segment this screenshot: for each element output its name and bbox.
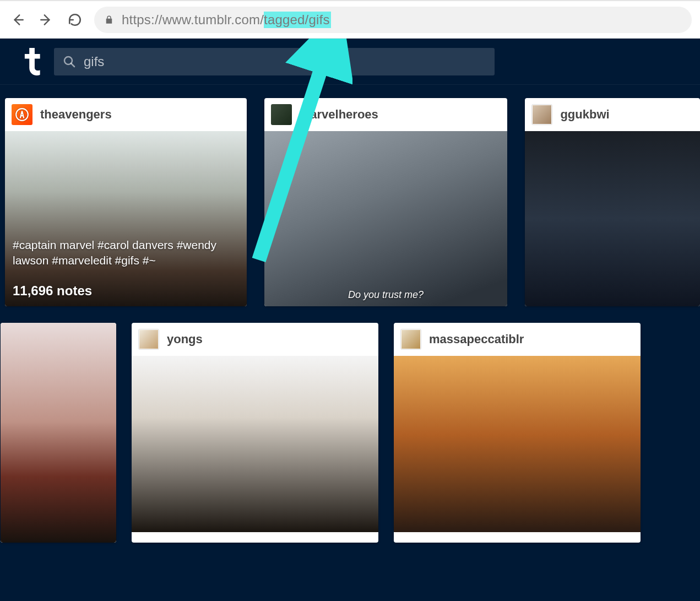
post-image[interactable] — [394, 356, 641, 532]
forward-button[interactable] — [37, 10, 56, 29]
avatar[interactable] — [12, 104, 32, 125]
post-card[interactable]: ggukbwi — [525, 98, 700, 306]
username[interactable]: theavengers — [40, 107, 112, 122]
search-icon — [63, 55, 76, 68]
post-image[interactable]: #captain marvel #carol danvers #wendy la… — [5, 131, 247, 306]
feed-row-1: theavengers #captain marvel #carol danve… — [0, 85, 700, 306]
reload-button[interactable] — [66, 10, 84, 29]
url-prefix: https://www.tumblr.com/ — [122, 12, 264, 28]
post-card[interactable] — [1, 323, 116, 543]
lock-icon — [104, 14, 114, 25]
username[interactable]: yongs — [167, 332, 203, 346]
post-image[interactable] — [132, 356, 378, 532]
address-bar[interactable]: https://www.tumblr.com/tagged/gifs — [94, 7, 692, 33]
post-tags[interactable]: #captain marvel #carol danvers #wendy la… — [13, 237, 239, 268]
search-bar[interactable] — [54, 48, 495, 75]
avatar[interactable] — [271, 104, 292, 125]
avatar[interactable] — [138, 329, 159, 350]
post-card[interactable]: massapeccatiblr — [394, 323, 641, 543]
post-image[interactable]: Do you trust me? — [264, 131, 508, 306]
post-image[interactable] — [1, 323, 116, 543]
card-header: massapeccatiblr — [394, 323, 641, 356]
username[interactable]: massapeccatiblr — [429, 332, 524, 346]
tumblr-logo-icon[interactable] — [21, 47, 41, 76]
post-card[interactable]: theavengers #captain marvel #carol danve… — [5, 98, 247, 306]
image-caption: Do you trust me? — [264, 289, 508, 301]
browser-toolbar: https://www.tumblr.com/tagged/gifs — [0, 0, 700, 39]
url-text: https://www.tumblr.com/tagged/gifs — [122, 12, 331, 28]
feed-row-2: yongs massapeccatiblr — [0, 306, 700, 543]
post-card[interactable]: marvelheroes Do you trust me? — [264, 98, 508, 306]
card-header: theavengers — [5, 98, 247, 131]
tumblr-app: theavengers #captain marvel #carol danve… — [0, 39, 700, 601]
url-highlight: tagged/gifs — [264, 12, 331, 28]
post-notes[interactable]: 11,696 notes — [13, 283, 239, 299]
post-image[interactable] — [525, 131, 700, 306]
card-header: ggukbwi — [525, 98, 700, 131]
search-input[interactable] — [84, 54, 486, 69]
topbar — [0, 39, 700, 85]
svg-line-4 — [71, 63, 74, 67]
back-button[interactable] — [8, 10, 27, 29]
username[interactable]: marvelheroes — [300, 107, 378, 122]
avatar[interactable] — [531, 104, 552, 125]
post-card[interactable]: yongs — [132, 323, 378, 543]
username[interactable]: ggukbwi — [560, 107, 609, 122]
avatar[interactable] — [400, 329, 421, 350]
card-header: marvelheroes — [264, 98, 508, 131]
card-header: yongs — [132, 323, 378, 356]
svg-point-5 — [16, 109, 28, 121]
